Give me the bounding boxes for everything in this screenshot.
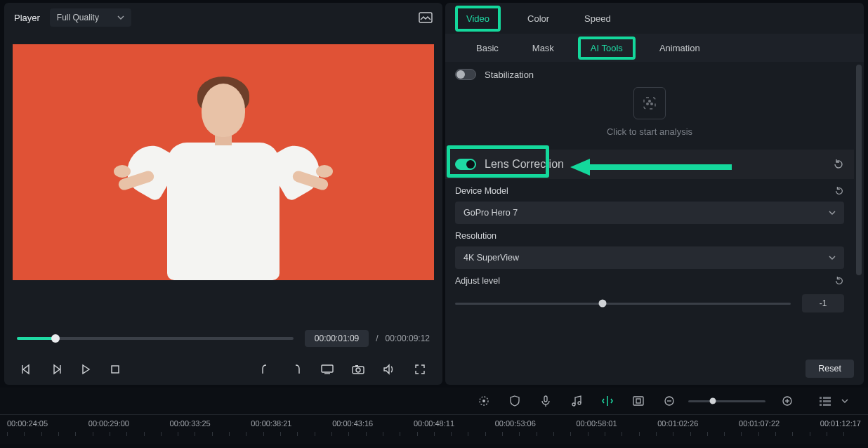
render-icon[interactable] [598, 392, 617, 410]
resolution-label: Resolution [455, 231, 497, 241]
device-model-label: Device Model [455, 186, 508, 196]
tab-video[interactable]: Video [455, 6, 501, 32]
svg-rect-21 [633, 397, 643, 405]
inspector-scrollbar[interactable] [856, 65, 862, 350]
total-time: 00:00:09:12 [386, 334, 430, 343]
chevron-down-icon [829, 209, 836, 216]
svg-rect-17 [544, 396, 547, 402]
inspector-panel: Video Color Speed Basic Mask AI Tools An… [445, 3, 864, 385]
start-analysis-button[interactable] [633, 87, 666, 119]
device-model-reset-icon[interactable] [834, 186, 844, 196]
svg-point-19 [578, 402, 581, 404]
next-frame-button[interactable] [46, 360, 66, 379]
analysis-icon [641, 95, 658, 112]
lens-correction-toggle[interactable] [455, 159, 476, 170]
player-panel: Player Full Quality [4, 3, 442, 385]
snapshot-icon[interactable] [419, 12, 433, 23]
reset-button[interactable]: Reset [805, 360, 854, 378]
svg-rect-30 [820, 404, 822, 406]
timeline-toolbar [0, 388, 868, 414]
adjust-level-label: Adjust level [455, 276, 500, 286]
quality-dropdown[interactable]: Full Quality [50, 8, 131, 27]
stabilization-label: Stabilization [485, 70, 534, 80]
analysis-hint: Click to start analysis [607, 126, 692, 137]
resolution-select[interactable]: 4K SuperView [455, 246, 844, 269]
zoom-slider[interactable] [688, 400, 765, 402]
stabilization-analysis: Click to start analysis [445, 87, 854, 150]
adjust-level-value[interactable]: -1 [802, 294, 844, 312]
lens-correction-row: Lens Correction [445, 150, 854, 179]
svg-rect-3 [112, 366, 119, 373]
svg-point-7 [356, 368, 360, 372]
adjust-level-reset-icon[interactable] [834, 276, 844, 286]
svg-point-10 [646, 103, 649, 105]
color-wheel-icon[interactable] [475, 392, 493, 410]
svg-rect-0 [419, 13, 432, 22]
current-time[interactable]: 00:00:01:09 [305, 330, 369, 347]
sub-tabs: Basic Mask AI Tools Animation [445, 34, 864, 62]
mark-out-button[interactable] [287, 360, 306, 379]
subtab-mask[interactable]: Mask [522, 39, 564, 57]
chevron-down-icon [829, 254, 836, 261]
preview-canvas[interactable] [13, 44, 434, 280]
svg-rect-31 [823, 397, 831, 399]
svg-rect-8 [355, 365, 358, 367]
play-button[interactable] [76, 360, 96, 379]
shield-icon[interactable] [506, 392, 524, 410]
display-settings-button[interactable] [317, 360, 337, 379]
prev-frame-button[interactable] [17, 360, 37, 379]
camera-icon[interactable] [348, 360, 368, 379]
music-icon[interactable] [567, 392, 586, 410]
device-model-value: GoPro Hero 7 [463, 208, 518, 218]
lens-correction-label: Lens Correction [485, 158, 564, 171]
svg-point-11 [650, 103, 653, 105]
player-footer: 00:00:01:09 / 00:00:09:12 [4, 292, 442, 385]
svg-rect-9 [644, 98, 655, 109]
main-tabs: Video Color Speed [445, 3, 864, 34]
resolution-value: 4K SuperView [463, 253, 519, 263]
zoom-in-button[interactable] [778, 392, 796, 410]
seek-bar[interactable] [17, 337, 294, 340]
lens-correction-reset-icon[interactable] [833, 159, 844, 170]
svg-point-16 [482, 400, 485, 402]
preview-subject [118, 70, 329, 280]
fullscreen-button[interactable] [410, 360, 430, 379]
svg-rect-29 [820, 400, 822, 402]
subtab-basic[interactable]: Basic [466, 39, 508, 57]
volume-button[interactable] [379, 360, 399, 379]
timeline-ruler[interactable]: 00:00:24:0500:00:29:0000:00:33:25 00:00:… [0, 414, 868, 444]
tab-speed[interactable]: Speed [576, 8, 619, 29]
chevron-down-icon [117, 14, 124, 21]
crop-icon[interactable] [629, 392, 647, 410]
stop-button[interactable] [105, 360, 125, 379]
view-options-chevron[interactable] [836, 392, 854, 410]
time-separator: / [376, 334, 378, 343]
svg-rect-22 [636, 399, 640, 403]
svg-point-12 [648, 100, 651, 103]
player-label: Player [14, 13, 40, 23]
svg-rect-4 [322, 365, 333, 372]
stabilization-row: Stabilization [445, 62, 854, 87]
preview-area [4, 32, 442, 292]
svg-point-18 [572, 403, 575, 406]
mark-in-button[interactable] [256, 360, 275, 379]
subtab-animation[interactable]: Animation [650, 39, 710, 57]
subtab-ai-tools[interactable]: AI Tools [578, 37, 636, 60]
quality-value: Full Quality [57, 13, 99, 22]
adjust-level-slider[interactable] [455, 303, 791, 305]
svg-rect-28 [820, 397, 822, 399]
svg-rect-32 [823, 400, 831, 402]
player-header: Player Full Quality [4, 3, 442, 32]
stabilization-toggle[interactable] [455, 69, 476, 80]
timeline-panel: 00:00:24:0500:00:29:0000:00:33:25 00:00:… [0, 388, 868, 444]
svg-rect-33 [823, 404, 831, 406]
view-options-icon[interactable] [816, 392, 834, 410]
zoom-out-button[interactable] [660, 392, 678, 410]
ruler-labels: 00:00:24:0500:00:29:0000:00:33:25 00:00:… [0, 419, 868, 428]
mic-icon[interactable] [537, 392, 555, 410]
tab-color[interactable]: Color [519, 8, 558, 29]
device-model-select[interactable]: GoPro Hero 7 [455, 202, 844, 224]
